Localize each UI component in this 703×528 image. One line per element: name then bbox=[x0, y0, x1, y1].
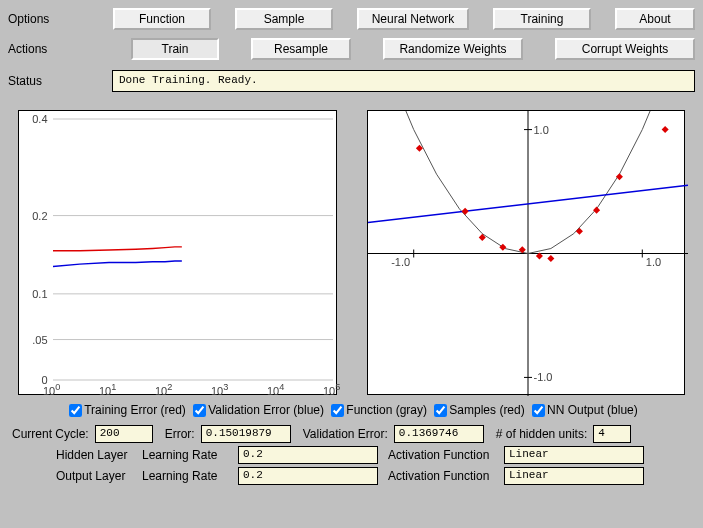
hidden-units-field[interactable]: 4 bbox=[593, 425, 631, 443]
neural-network-button[interactable]: Neural Network bbox=[357, 8, 469, 30]
hidden-act-field[interactable]: Linear bbox=[504, 446, 644, 464]
svg-rect-21 bbox=[661, 126, 668, 133]
training-error-checkbox[interactable] bbox=[69, 404, 82, 417]
resample-button[interactable]: Resample bbox=[251, 38, 351, 60]
hidden-units-label: # of hidden units: bbox=[496, 427, 587, 441]
output-act-field[interactable]: Linear bbox=[504, 467, 644, 485]
sample-button[interactable]: Sample bbox=[235, 8, 333, 30]
validation-error-field: 0.1369746 bbox=[394, 425, 484, 443]
validation-error-label: Validation Error: bbox=[303, 427, 388, 441]
hidden-layer-label: Hidden Layer bbox=[56, 448, 136, 462]
error-field: 0.15019879 bbox=[201, 425, 291, 443]
svg-rect-18 bbox=[575, 228, 582, 235]
validation-error-checkbox[interactable] bbox=[193, 404, 206, 417]
legend-validation-error: Validation Error (blue) bbox=[208, 403, 324, 417]
legend-row: Training Error (red) Validation Error (b… bbox=[0, 399, 703, 423]
legend-nn-output: NN Output (blue) bbox=[547, 403, 638, 417]
current-cycle-label: Current Cycle: bbox=[12, 427, 89, 441]
options-label: Options bbox=[8, 12, 55, 26]
actions-label: Actions bbox=[8, 42, 64, 56]
learning-rate-label-1: Learning Rate bbox=[142, 448, 232, 462]
svg-rect-15 bbox=[518, 246, 525, 253]
samples-checkbox[interactable] bbox=[434, 404, 447, 417]
current-cycle-field[interactable]: 200 bbox=[95, 425, 153, 443]
legend-samples: Samples (red) bbox=[449, 403, 524, 417]
status-label: Status bbox=[8, 74, 68, 88]
function-checkbox[interactable] bbox=[331, 404, 344, 417]
error-chart: 0.050.10.20.4100101102103104105 bbox=[18, 110, 337, 395]
function-chart: -1.01.01.0-1.0 bbox=[367, 110, 686, 395]
function-button[interactable]: Function bbox=[113, 8, 211, 30]
svg-rect-12 bbox=[461, 208, 468, 215]
svg-rect-14 bbox=[499, 244, 506, 251]
svg-rect-20 bbox=[615, 173, 622, 180]
error-label: Error: bbox=[165, 427, 195, 441]
training-button[interactable]: Training bbox=[493, 8, 591, 30]
svg-rect-19 bbox=[593, 207, 600, 214]
legend-training-error: Training Error (red) bbox=[84, 403, 186, 417]
train-button[interactable]: Train bbox=[131, 38, 219, 60]
output-layer-label: Output Layer bbox=[56, 469, 136, 483]
svg-rect-17 bbox=[547, 255, 554, 262]
randomize-weights-button[interactable]: Randomize Weights bbox=[383, 38, 523, 60]
legend-function: Function (gray) bbox=[346, 403, 427, 417]
hidden-lr-field[interactable]: 0.2 bbox=[238, 446, 378, 464]
activation-function-label-2: Activation Function bbox=[388, 469, 498, 483]
status-field: Done Training. Ready. bbox=[112, 70, 695, 92]
about-button[interactable]: About bbox=[615, 8, 695, 30]
output-lr-field[interactable]: 0.2 bbox=[238, 467, 378, 485]
nn-output-checkbox[interactable] bbox=[532, 404, 545, 417]
corrupt-weights-button[interactable]: Corrupt Weights bbox=[555, 38, 695, 60]
learning-rate-label-2: Learning Rate bbox=[142, 469, 232, 483]
activation-function-label-1: Activation Function bbox=[388, 448, 498, 462]
